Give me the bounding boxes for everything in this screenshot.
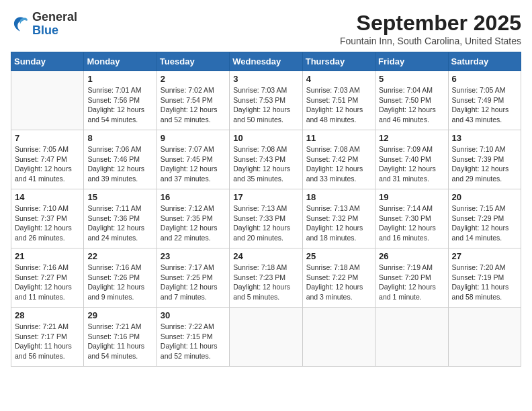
day-number: 2 xyxy=(161,74,226,84)
day-info: Sunrise: 7:12 AM Sunset: 7:35 PM Dayligh… xyxy=(161,203,226,243)
calendar-day-cell: 4Sunrise: 7:03 AM Sunset: 7:51 PM Daylig… xyxy=(302,71,375,130)
day-number: 13 xyxy=(452,133,517,143)
calendar-day-cell: 6Sunrise: 7:05 AM Sunset: 7:49 PM Daylig… xyxy=(448,71,521,130)
day-info: Sunrise: 7:18 AM Sunset: 7:23 PM Dayligh… xyxy=(233,263,298,302)
day-info: Sunrise: 7:05 AM Sunset: 7:49 PM Dayligh… xyxy=(452,85,517,125)
weekday-header-sunday: Sunday xyxy=(11,52,84,71)
day-info: Sunrise: 7:20 AM Sunset: 7:19 PM Dayligh… xyxy=(452,263,517,302)
weekday-header-saturday: Saturday xyxy=(448,52,521,71)
day-number: 6 xyxy=(452,74,517,84)
weekday-header-thursday: Thursday xyxy=(302,52,375,71)
month-year-title: September 2025 xyxy=(340,11,521,36)
day-number: 19 xyxy=(379,192,444,202)
calendar-day-cell xyxy=(375,308,448,367)
calendar-day-cell: 13Sunrise: 7:10 AM Sunset: 7:39 PM Dayli… xyxy=(448,130,521,189)
calendar-day-cell: 10Sunrise: 7:08 AM Sunset: 7:43 PM Dayli… xyxy=(230,130,302,189)
calendar-day-cell: 24Sunrise: 7:18 AM Sunset: 7:23 PM Dayli… xyxy=(230,248,302,308)
day-number: 23 xyxy=(161,251,226,261)
day-info: Sunrise: 7:21 AM Sunset: 7:16 PM Dayligh… xyxy=(87,322,152,361)
calendar-day-cell: 23Sunrise: 7:17 AM Sunset: 7:25 PM Dayli… xyxy=(157,248,229,308)
day-info: Sunrise: 7:13 AM Sunset: 7:33 PM Dayligh… xyxy=(233,203,298,243)
page-header: General Blue September 2025 Fountain Inn… xyxy=(11,11,521,46)
calendar-week-row: 28Sunrise: 7:21 AM Sunset: 7:17 PM Dayli… xyxy=(11,308,521,367)
calendar-day-cell: 5Sunrise: 7:04 AM Sunset: 7:50 PM Daylig… xyxy=(375,71,448,130)
day-info: Sunrise: 7:01 AM Sunset: 7:56 PM Dayligh… xyxy=(87,85,152,125)
calendar-day-cell: 20Sunrise: 7:15 AM Sunset: 7:29 PM Dayli… xyxy=(448,189,521,248)
calendar-table: SundayMondayTuesdayWednesdayThursdayFrid… xyxy=(11,52,521,367)
day-number: 28 xyxy=(15,310,80,320)
day-number: 24 xyxy=(233,251,298,261)
logo-bird-icon xyxy=(11,15,30,34)
day-number: 27 xyxy=(452,251,517,261)
calendar-day-cell: 1Sunrise: 7:01 AM Sunset: 7:56 PM Daylig… xyxy=(84,71,157,130)
day-number: 11 xyxy=(306,133,371,143)
logo-text: General Blue xyxy=(32,11,77,38)
calendar-day-cell: 3Sunrise: 7:03 AM Sunset: 7:53 PM Daylig… xyxy=(230,71,302,130)
day-number: 21 xyxy=(15,251,80,261)
calendar-day-cell: 28Sunrise: 7:21 AM Sunset: 7:17 PM Dayli… xyxy=(11,308,84,367)
day-info: Sunrise: 7:02 AM Sunset: 7:54 PM Dayligh… xyxy=(161,85,226,125)
calendar-day-cell: 7Sunrise: 7:05 AM Sunset: 7:47 PM Daylig… xyxy=(11,130,84,189)
calendar-day-cell: 8Sunrise: 7:06 AM Sunset: 7:46 PM Daylig… xyxy=(84,130,157,189)
day-number: 16 xyxy=(161,192,226,202)
location-subtitle: Fountain Inn, South Carolina, United Sta… xyxy=(340,36,521,46)
day-number: 30 xyxy=(161,310,226,320)
day-info: Sunrise: 7:03 AM Sunset: 7:51 PM Dayligh… xyxy=(306,85,371,125)
calendar-day-cell: 25Sunrise: 7:18 AM Sunset: 7:22 PM Dayli… xyxy=(302,248,375,308)
day-info: Sunrise: 7:08 AM Sunset: 7:43 PM Dayligh… xyxy=(233,144,298,184)
day-info: Sunrise: 7:10 AM Sunset: 7:39 PM Dayligh… xyxy=(452,144,517,184)
title-area: September 2025 Fountain Inn, South Carol… xyxy=(340,11,521,46)
day-info: Sunrise: 7:06 AM Sunset: 7:46 PM Dayligh… xyxy=(87,144,152,184)
day-number: 10 xyxy=(233,133,298,143)
calendar-day-cell: 26Sunrise: 7:19 AM Sunset: 7:20 PM Dayli… xyxy=(375,248,448,308)
calendar-day-cell: 29Sunrise: 7:21 AM Sunset: 7:16 PM Dayli… xyxy=(84,308,157,367)
calendar-day-cell xyxy=(302,308,375,367)
calendar-day-cell xyxy=(11,71,84,130)
calendar-week-row: 14Sunrise: 7:10 AM Sunset: 7:37 PM Dayli… xyxy=(11,189,521,248)
calendar-day-cell: 19Sunrise: 7:14 AM Sunset: 7:30 PM Dayli… xyxy=(375,189,448,248)
calendar-day-cell: 14Sunrise: 7:10 AM Sunset: 7:37 PM Dayli… xyxy=(11,189,84,248)
calendar-day-cell: 21Sunrise: 7:16 AM Sunset: 7:27 PM Dayli… xyxy=(11,248,84,308)
day-number: 25 xyxy=(306,251,371,261)
day-info: Sunrise: 7:10 AM Sunset: 7:37 PM Dayligh… xyxy=(15,203,80,243)
day-number: 7 xyxy=(15,133,80,143)
calendar-day-cell: 30Sunrise: 7:22 AM Sunset: 7:15 PM Dayli… xyxy=(157,308,229,367)
calendar-day-cell: 22Sunrise: 7:16 AM Sunset: 7:26 PM Dayli… xyxy=(84,248,157,308)
calendar-day-cell: 18Sunrise: 7:13 AM Sunset: 7:32 PM Dayli… xyxy=(302,189,375,248)
day-info: Sunrise: 7:21 AM Sunset: 7:17 PM Dayligh… xyxy=(15,322,80,361)
weekday-header-wednesday: Wednesday xyxy=(230,52,302,71)
day-info: Sunrise: 7:16 AM Sunset: 7:27 PM Dayligh… xyxy=(15,263,80,302)
day-info: Sunrise: 7:15 AM Sunset: 7:29 PM Dayligh… xyxy=(452,203,517,243)
day-number: 17 xyxy=(233,192,298,202)
calendar-week-row: 21Sunrise: 7:16 AM Sunset: 7:27 PM Dayli… xyxy=(11,248,521,308)
calendar-week-row: 1Sunrise: 7:01 AM Sunset: 7:56 PM Daylig… xyxy=(11,71,521,130)
calendar-day-cell: 12Sunrise: 7:09 AM Sunset: 7:40 PM Dayli… xyxy=(375,130,448,189)
day-info: Sunrise: 7:14 AM Sunset: 7:30 PM Dayligh… xyxy=(379,203,444,243)
day-number: 18 xyxy=(306,192,371,202)
day-number: 3 xyxy=(233,74,298,84)
calendar-day-cell: 27Sunrise: 7:20 AM Sunset: 7:19 PM Dayli… xyxy=(448,248,521,308)
calendar-day-cell xyxy=(448,308,521,367)
calendar-day-cell: 16Sunrise: 7:12 AM Sunset: 7:35 PM Dayli… xyxy=(157,189,229,248)
day-info: Sunrise: 7:11 AM Sunset: 7:36 PM Dayligh… xyxy=(87,203,152,243)
calendar-day-cell: 11Sunrise: 7:08 AM Sunset: 7:42 PM Dayli… xyxy=(302,130,375,189)
calendar-day-cell: 15Sunrise: 7:11 AM Sunset: 7:36 PM Dayli… xyxy=(84,189,157,248)
day-number: 20 xyxy=(452,192,517,202)
day-number: 26 xyxy=(379,251,444,261)
logo: General Blue xyxy=(11,11,77,38)
day-info: Sunrise: 7:05 AM Sunset: 7:47 PM Dayligh… xyxy=(15,144,80,184)
day-info: Sunrise: 7:04 AM Sunset: 7:50 PM Dayligh… xyxy=(379,85,444,125)
day-info: Sunrise: 7:17 AM Sunset: 7:25 PM Dayligh… xyxy=(161,263,226,302)
day-info: Sunrise: 7:03 AM Sunset: 7:53 PM Dayligh… xyxy=(233,85,298,125)
day-info: Sunrise: 7:16 AM Sunset: 7:26 PM Dayligh… xyxy=(87,263,152,302)
day-number: 1 xyxy=(87,74,152,84)
day-number: 15 xyxy=(87,192,152,202)
calendar-day-cell: 17Sunrise: 7:13 AM Sunset: 7:33 PM Dayli… xyxy=(230,189,302,248)
calendar-day-cell: 2Sunrise: 7:02 AM Sunset: 7:54 PM Daylig… xyxy=(157,71,229,130)
day-info: Sunrise: 7:13 AM Sunset: 7:32 PM Dayligh… xyxy=(306,203,371,243)
day-number: 9 xyxy=(161,133,226,143)
day-info: Sunrise: 7:22 AM Sunset: 7:15 PM Dayligh… xyxy=(161,322,226,361)
weekday-header-row: SundayMondayTuesdayWednesdayThursdayFrid… xyxy=(11,52,521,71)
calendar-week-row: 7Sunrise: 7:05 AM Sunset: 7:47 PM Daylig… xyxy=(11,130,521,189)
day-number: 29 xyxy=(87,310,152,320)
